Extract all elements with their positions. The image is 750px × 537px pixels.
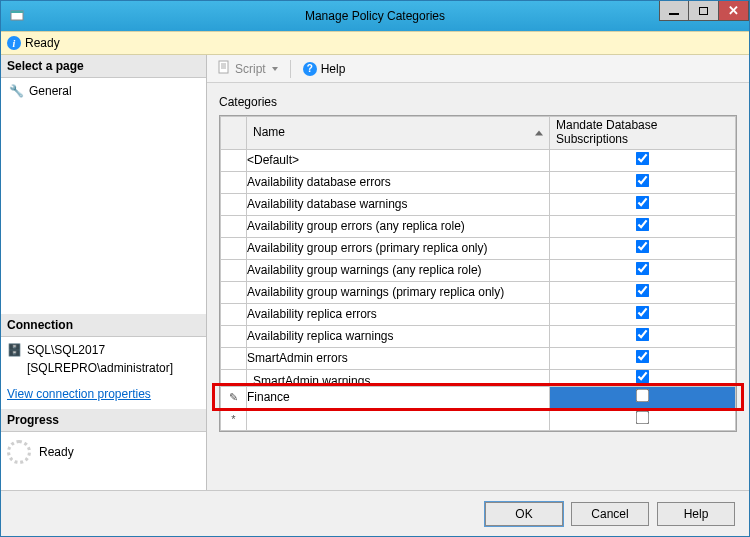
- cancel-button[interactable]: Cancel: [571, 502, 649, 526]
- name-cell[interactable]: SmartAdmin errors: [247, 347, 550, 369]
- mandate-cell[interactable]: [550, 281, 736, 303]
- mandate-checkbox[interactable]: [636, 284, 650, 298]
- page-item-general[interactable]: 🔧 General: [7, 82, 200, 100]
- help-footer-button[interactable]: Help: [657, 502, 735, 526]
- table-row[interactable]: SmartAdmin warnings: [221, 369, 736, 386]
- dialog-body: Select a page 🔧 General Connection 🗄️ SQ…: [1, 55, 749, 490]
- name-cell[interactable]: Availability replica warnings: [247, 325, 550, 347]
- mandate-cell[interactable]: [550, 259, 736, 281]
- name-cell[interactable]: Availability replica errors: [247, 303, 550, 325]
- name-cell[interactable]: Availability group warnings (primary rep…: [247, 281, 550, 303]
- mandate-checkbox[interactable]: [636, 196, 650, 210]
- name-cell[interactable]: [247, 408, 550, 430]
- row-header[interactable]: ✎: [221, 386, 247, 408]
- row-header[interactable]: [221, 215, 247, 237]
- mandate-checkbox[interactable]: [636, 411, 650, 425]
- row-header[interactable]: [221, 347, 247, 369]
- row-header[interactable]: [221, 193, 247, 215]
- mandate-cell[interactable]: [550, 237, 736, 259]
- row-header[interactable]: [221, 237, 247, 259]
- connection-header: Connection: [1, 314, 206, 337]
- table-row[interactable]: ✎Finance: [221, 386, 736, 408]
- grid-header-row: Name Mandate Database Subscriptions: [221, 117, 736, 150]
- progress-header: Progress: [1, 409, 206, 432]
- table-row[interactable]: Availability group errors (any replica r…: [221, 215, 736, 237]
- ok-button[interactable]: OK: [485, 502, 563, 526]
- mandate-cell[interactable]: [550, 149, 736, 171]
- server-icon: 🗄️: [7, 341, 21, 359]
- maximize-button[interactable]: [689, 1, 719, 21]
- name-cell[interactable]: SmartAdmin warnings: [247, 369, 550, 386]
- progress-block: Ready: [1, 432, 206, 472]
- table-row[interactable]: Availability group warnings (primary rep…: [221, 281, 736, 303]
- table-row[interactable]: Availability replica errors: [221, 303, 736, 325]
- mandate-cell[interactable]: [550, 369, 736, 386]
- mandate-cell[interactable]: [550, 215, 736, 237]
- view-connection-link[interactable]: View connection properties: [7, 387, 202, 401]
- column-name[interactable]: Name: [247, 117, 550, 150]
- table-row[interactable]: SmartAdmin errors: [221, 347, 736, 369]
- table-row[interactable]: Availability group warnings (any replica…: [221, 259, 736, 281]
- mandate-cell[interactable]: [550, 171, 736, 193]
- status-text: Ready: [25, 36, 60, 50]
- progress-status: Ready: [39, 445, 74, 459]
- mandate-checkbox[interactable]: [636, 328, 650, 342]
- page-list: 🔧 General: [1, 78, 206, 104]
- mandate-cell[interactable]: [550, 193, 736, 215]
- table-row[interactable]: Availability database warnings: [221, 193, 736, 215]
- help-icon: ?: [303, 62, 317, 76]
- mandate-cell[interactable]: [550, 325, 736, 347]
- row-header[interactable]: *: [221, 408, 247, 430]
- mandate-checkbox[interactable]: [636, 218, 650, 232]
- mandate-cell[interactable]: [550, 303, 736, 325]
- name-cell[interactable]: Availability database errors: [247, 171, 550, 193]
- mandate-cell[interactable]: [550, 347, 736, 369]
- name-cell[interactable]: Availability database warnings: [247, 193, 550, 215]
- close-button[interactable]: ✕: [719, 1, 749, 21]
- content-area: Categories Name: [207, 83, 749, 490]
- name-cell[interactable]: Availability group errors (primary repli…: [247, 237, 550, 259]
- table-row[interactable]: <Default>: [221, 149, 736, 171]
- table-row[interactable]: Availability group errors (primary repli…: [221, 237, 736, 259]
- script-icon: [217, 60, 231, 77]
- column-mandate[interactable]: Mandate Database Subscriptions: [550, 117, 736, 150]
- mandate-checkbox[interactable]: [636, 174, 650, 188]
- row-header[interactable]: [221, 303, 247, 325]
- wrench-icon: 🔧: [9, 84, 23, 98]
- mandate-cell[interactable]: [550, 408, 736, 430]
- row-header[interactable]: [221, 149, 247, 171]
- mandate-checkbox[interactable]: [636, 262, 650, 276]
- name-cell[interactable]: Availability group errors (any replica r…: [247, 215, 550, 237]
- select-page-header: Select a page: [1, 55, 206, 78]
- row-header[interactable]: [221, 369, 247, 386]
- mandate-checkbox[interactable]: [636, 306, 650, 320]
- window-title: Manage Policy Categories: [1, 9, 749, 23]
- mandate-checkbox[interactable]: [636, 240, 650, 254]
- row-header[interactable]: [221, 281, 247, 303]
- mandate-checkbox[interactable]: [636, 350, 650, 364]
- script-button[interactable]: Script: [213, 58, 282, 79]
- row-header[interactable]: [221, 325, 247, 347]
- row-header[interactable]: [221, 171, 247, 193]
- connection-info: 🗄️ SQL\SQL2017 [SQLREPRO\administrator]: [1, 337, 206, 381]
- table-row[interactable]: Availability database errors: [221, 171, 736, 193]
- categories-table: Name Mandate Database Subscriptions <Def…: [220, 116, 736, 431]
- mandate-checkbox[interactable]: [636, 152, 650, 166]
- title-bar[interactable]: Manage Policy Categories ✕: [1, 1, 749, 31]
- grid-corner[interactable]: [221, 117, 247, 150]
- mandate-checkbox[interactable]: [636, 369, 650, 383]
- minimize-button[interactable]: [659, 1, 689, 21]
- categories-grid[interactable]: Name Mandate Database Subscriptions <Def…: [219, 115, 737, 432]
- name-cell[interactable]: Finance: [247, 386, 550, 408]
- app-icon: [7, 6, 27, 26]
- help-label: Help: [321, 62, 346, 76]
- mandate-cell[interactable]: [550, 386, 736, 408]
- right-panel: Script ? Help Categories: [207, 55, 749, 490]
- help-button[interactable]: ? Help: [299, 60, 350, 78]
- row-header[interactable]: [221, 259, 247, 281]
- mandate-checkbox[interactable]: [636, 389, 650, 403]
- name-cell[interactable]: <Default>: [247, 149, 550, 171]
- name-cell[interactable]: Availability group warnings (any replica…: [247, 259, 550, 281]
- table-row[interactable]: *: [221, 408, 736, 430]
- table-row[interactable]: Availability replica warnings: [221, 325, 736, 347]
